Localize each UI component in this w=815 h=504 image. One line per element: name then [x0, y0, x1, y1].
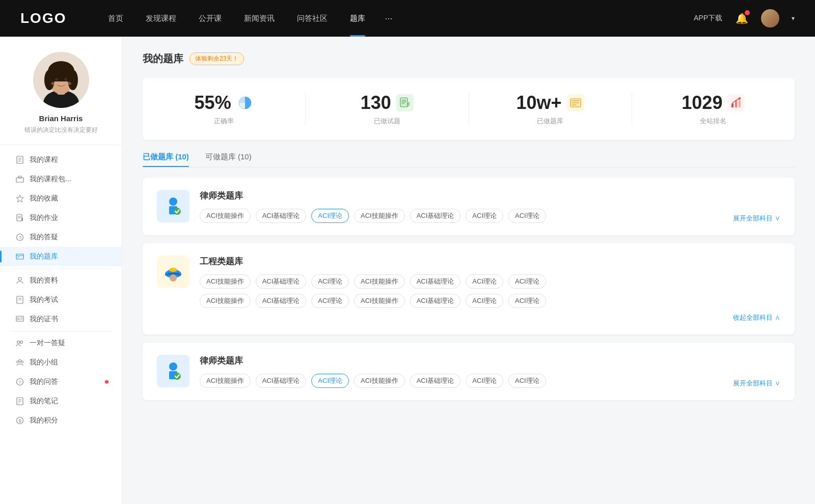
tag-0-3[interactable]: ACI技能操作 — [354, 209, 405, 223]
tab-available[interactable]: 可做题库 (10) — [205, 152, 252, 167]
tag-2-4[interactable]: ACI基础理论 — [410, 294, 461, 308]
tag-1-2[interactable]: ACI理论 — [311, 274, 349, 289]
chevron-down-icon[interactable]: ▾ — [792, 15, 795, 22]
sidebar-item-course[interactable]: 我的课程 — [0, 150, 122, 170]
sidebar-item-bank[interactable]: 我的题库 — [0, 247, 122, 266]
svg-point-39 — [21, 361, 23, 363]
tag-1-6[interactable]: ACI理论 — [508, 274, 546, 289]
bank-card-engineer-header: 工程类题库 ACI技能操作 ACI基础理论 ACI理论 ACI技能操作 ACI基… — [157, 256, 780, 322]
sidebar-item-profile[interactable]: 我的资料 — [0, 271, 122, 290]
expand-link-3[interactable]: 展开全部科目 ∨ — [733, 379, 780, 388]
stat-questions: 130 已做试题 — [306, 92, 469, 126]
sidebar-item-oneone[interactable]: 一对一答疑 — [0, 333, 122, 353]
svg-rect-62 — [735, 101, 737, 107]
svg-point-37 — [19, 360, 21, 362]
tag-2-1[interactable]: ACI基础理论 — [256, 294, 307, 308]
tag-0-0[interactable]: ACI技能操作 — [200, 209, 251, 223]
bank-title-engineer: 工程类题库 — [200, 256, 780, 267]
tag-3-3[interactable]: ACI技能操作 — [354, 374, 405, 388]
app-download-button[interactable]: APP下载 — [694, 14, 722, 23]
main-layout: Brian Harris 错误的决定比没有决定要好 我的课程 我的课程包... — [0, 37, 815, 504]
sidebar-item-package[interactable]: 我的课程包... — [0, 170, 122, 189]
tab-done[interactable]: 已做题库 (10) — [143, 152, 189, 167]
sidebar-label-myqa: 我的问答 — [30, 377, 58, 386]
sidebar-label-qa: 我的答疑 — [30, 233, 58, 242]
nav-home[interactable]: 首页 — [97, 0, 134, 37]
tag-2-0[interactable]: ACI技能操作 — [200, 294, 251, 308]
tag-3-1[interactable]: ACI基础理论 — [256, 374, 307, 388]
svg-point-9 — [64, 78, 67, 81]
stat-accuracy: 55% 正确率 — [143, 92, 306, 126]
collapse-link[interactable]: 收起全部科目 ∧ — [200, 313, 780, 322]
tag-0-6[interactable]: ACI理论 — [508, 209, 546, 223]
tag-0-4[interactable]: ACI基础理论 — [410, 209, 461, 223]
notes-icon — [15, 397, 24, 406]
sidebar-label-exam: 我的考试 — [30, 295, 58, 304]
nav-open-course[interactable]: 公开课 — [187, 0, 233, 37]
notification-bell-button[interactable]: 🔔 — [732, 9, 751, 27]
sidebar-item-group[interactable]: 我的小组 — [0, 353, 122, 372]
nav-news[interactable]: 新闻资讯 — [233, 0, 286, 37]
notification-badge — [745, 10, 750, 15]
tag-0-5[interactable]: ACI理论 — [466, 209, 503, 223]
tag-0-2[interactable]: ACI理论 — [311, 209, 349, 223]
bank-content-3: 律师类题库 ACI技能操作 ACI基础理论 ACI理论 ACI技能操作 ACI基… — [200, 355, 780, 388]
sidebar-label-cert: 我的证书 — [30, 315, 58, 324]
tag-3-2[interactable]: ACI理论 — [311, 374, 349, 388]
sidebar-menu: 我的课程 我的课程包... 我的收藏 我的作业 — [0, 145, 122, 435]
tag-1-1[interactable]: ACI基础理论 — [256, 274, 307, 289]
header-right: APP下载 🔔 ▾ — [694, 9, 795, 27]
tag-0-1[interactable]: ACI基础理论 — [256, 209, 307, 223]
bank-card-lawyer-2: 律师类题库 ACI技能操作 ACI基础理论 ACI理论 ACI技能操作 ACI基… — [143, 343, 795, 400]
sidebar-item-favorites[interactable]: 我的收藏 — [0, 189, 122, 208]
sidebar-item-myqa[interactable]: ? 我的问答 — [0, 372, 122, 391]
svg-text:?: ? — [19, 235, 21, 240]
tag-3-6[interactable]: ACI理论 — [508, 374, 546, 388]
bank-tags-eng-2: ACI技能操作 ACI基础理论 ACI理论 ACI技能操作 ACI基础理论 AC… — [200, 294, 546, 308]
tag-1-5[interactable]: ACI理论 — [466, 274, 503, 289]
tag-1-4[interactable]: ACI基础理论 — [410, 274, 461, 289]
tag-3-5[interactable]: ACI理论 — [466, 374, 503, 388]
tag-3-4[interactable]: ACI基础理论 — [410, 374, 461, 388]
tag-3-0[interactable]: ACI技能操作 — [200, 374, 251, 388]
sidebar-label-oneone: 一对一答疑 — [30, 339, 65, 348]
nav-bank[interactable]: 题库 — [339, 0, 376, 37]
bank-title-1: 律师类题库 — [200, 190, 780, 202]
bank-title-3: 律师类题库 — [200, 355, 780, 367]
sidebar-item-notes[interactable]: 我的笔记 — [0, 391, 122, 411]
stat-rank-number: 1029 — [682, 92, 722, 114]
tag-2-6[interactable]: ACI理论 — [508, 294, 546, 308]
bank-content-1: 律师类题库 ACI技能操作 ACI基础理论 ACI理论 ACI技能操作 ACI基… — [200, 190, 780, 223]
stat-banks-label: 已做题库 — [537, 117, 563, 126]
expand-link-1[interactable]: 展开全部科目 ∨ — [733, 214, 780, 223]
stat-banks-main: 10w+ — [517, 92, 584, 114]
svg-text:?: ? — [19, 380, 21, 385]
main-content: 我的题库 体验剩余23天！ 55% 正确率 — [122, 37, 815, 504]
avatar[interactable] — [761, 9, 779, 27]
svg-rect-24 — [16, 254, 23, 259]
svg-point-38 — [16, 361, 18, 363]
sidebar-item-cert[interactable]: 我的证书 — [0, 310, 122, 329]
sidebar-item-exam[interactable]: 我的考试 — [0, 290, 122, 310]
svg-point-36 — [20, 341, 23, 344]
tag-1-0[interactable]: ACI技能操作 — [200, 274, 251, 289]
homework-icon — [15, 213, 24, 222]
sidebar-label-homework: 我的作业 — [30, 213, 58, 222]
nav-discover[interactable]: 发现课程 — [134, 0, 187, 37]
tag-2-3[interactable]: ACI技能操作 — [354, 294, 405, 308]
sidebar-item-homework[interactable]: 我的作业 — [0, 208, 122, 228]
tag-2-5[interactable]: ACI理论 — [466, 294, 503, 308]
sidebar-item-qa[interactable]: ? 我的答疑 — [0, 228, 122, 247]
stat-accuracy-number: 55% — [195, 92, 231, 114]
sidebar-label-package: 我的课程包... — [30, 175, 71, 184]
stat-banks: 10w+ 已做题库 — [469, 92, 632, 126]
tag-2-2[interactable]: ACI理论 — [311, 294, 349, 308]
nav-more[interactable]: ··· — [376, 0, 400, 37]
sidebar-label-notes: 我的笔记 — [30, 397, 58, 406]
nav-qa[interactable]: 问答社区 — [286, 0, 339, 37]
sidebar-item-points[interactable]: $ 我的积分 — [0, 411, 122, 430]
svg-point-35 — [17, 341, 20, 344]
engineer-icon — [157, 256, 189, 288]
svg-rect-49 — [400, 98, 408, 107]
tag-1-3[interactable]: ACI技能操作 — [354, 274, 405, 289]
